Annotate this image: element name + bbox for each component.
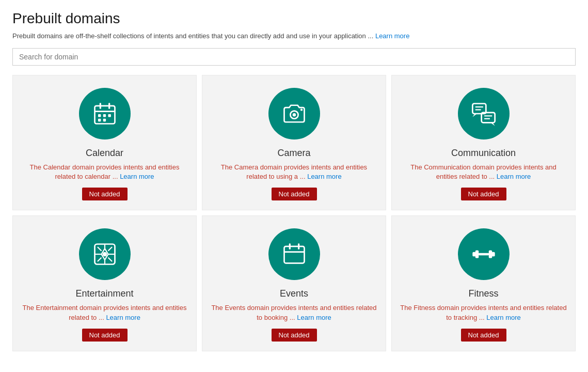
not-added-button-entertainment[interactable]: Not added: [82, 329, 128, 342]
domain-card-fitness: Fitness The Fitness domain provides inte…: [391, 215, 576, 351]
calendar-icon: [79, 88, 131, 140]
domain-desc-camera: The Camera domain provides intents and e…: [211, 163, 377, 181]
svg-rect-8: [103, 119, 105, 121]
domains-grid: Calendar The Calendar domain provides in…: [12, 75, 576, 351]
svg-point-24: [102, 252, 107, 257]
not-added-button-communication[interactable]: Not added: [461, 188, 506, 200]
domain-card-camera: Camera The Camera domain provides intent…: [202, 75, 386, 210]
communication-icon: [458, 88, 510, 140]
camera-icon: [268, 88, 320, 140]
domain-card-calendar: Calendar The Calendar domain provides in…: [12, 75, 197, 210]
domain-card-communication: Communication The Communication domain p…: [391, 75, 576, 210]
domain-desc-calendar: The Calendar domain provides intents and…: [21, 163, 188, 181]
not-added-button-camera[interactable]: Not added: [272, 188, 317, 200]
domain-name-calendar: Calendar: [86, 148, 123, 159]
svg-rect-4: [98, 114, 101, 117]
domain-name-fitness: Fitness: [468, 288, 498, 299]
domain-card-events: Events The Events domain provides intent…: [202, 215, 386, 351]
learn-more-link-communication[interactable]: Learn more: [497, 173, 531, 180]
entertainment-icon: [79, 228, 131, 280]
learn-more-link-camera[interactable]: Learn more: [307, 173, 341, 180]
page-description: Prebuilt domains are off-the-shelf colle…: [12, 32, 576, 40]
domain-card-entertainment: Entertainment The Entertainment domain p…: [12, 215, 197, 351]
svg-rect-7: [98, 119, 101, 121]
header-learn-more-link[interactable]: Learn more: [375, 32, 409, 40]
svg-rect-33: [478, 253, 489, 255]
learn-more-link-calendar[interactable]: Learn more: [120, 173, 154, 180]
domain-desc-fitness: The Fitness domain provides intents and …: [400, 303, 567, 322]
learn-more-link-fitness[interactable]: Learn more: [486, 314, 520, 321]
domain-name-camera: Camera: [277, 148, 310, 159]
page-title: Prebuilt domains: [12, 10, 576, 27]
svg-point-10: [292, 113, 296, 117]
fitness-icon: [458, 228, 510, 280]
domain-desc-entertainment: The Entertainment domain provides intent…: [21, 303, 188, 322]
domain-desc-events: The Events domain provides intents and e…: [211, 303, 377, 322]
svg-rect-5: [103, 114, 105, 117]
learn-more-link-entertainment[interactable]: Learn more: [106, 314, 140, 321]
not-added-button-fitness[interactable]: Not added: [461, 329, 506, 342]
domain-name-entertainment: Entertainment: [75, 288, 133, 299]
domain-desc-communication: The Communication domain provides intent…: [400, 163, 567, 181]
not-added-button-events[interactable]: Not added: [272, 329, 317, 342]
learn-more-link-events[interactable]: Learn more: [297, 314, 331, 321]
svg-rect-25: [284, 246, 304, 264]
domain-name-communication: Communication: [451, 148, 516, 159]
domain-name-events: Events: [280, 288, 308, 299]
events-icon: [268, 228, 320, 280]
not-added-button-calendar[interactable]: Not added: [82, 188, 128, 200]
search-input[interactable]: [12, 48, 576, 66]
svg-point-11: [300, 109, 302, 111]
svg-rect-6: [108, 114, 110, 117]
